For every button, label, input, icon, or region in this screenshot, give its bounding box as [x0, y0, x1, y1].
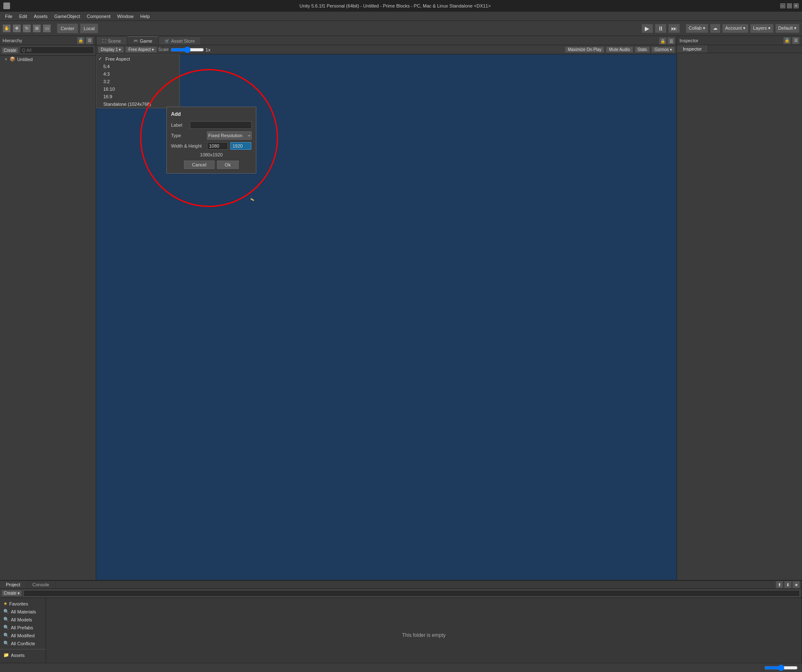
close-button[interactable]: ✕ — [794, 3, 799, 8]
collab-button[interactable]: Collab ▾ — [686, 24, 708, 33]
project-panel-icon2[interactable]: ⬇ — [784, 581, 792, 588]
hierarchy-item-untitled[interactable]: ▼ 📦 Untitled — [0, 56, 96, 63]
all-prefabs-item[interactable]: 🔍 All Prefabs — [0, 623, 46, 631]
inspector-title: Inspector — [679, 38, 698, 43]
console-tab[interactable]: Console — [26, 581, 55, 588]
project-tab[interactable]: Project — [0, 581, 26, 588]
aspect-4-3[interactable]: 4:3 — [97, 70, 179, 78]
menu-file[interactable]: File — [2, 13, 16, 20]
all-conflicted-item[interactable]: 🔍 All Conflicte — [0, 639, 46, 647]
gizmos-button[interactable]: Gizmos ▾ — [651, 46, 675, 53]
project-panel-star-icon[interactable]: ★ — [792, 581, 800, 588]
game-tab[interactable]: 🎮 Game — [127, 36, 158, 45]
hand-tool-button[interactable]: ✋ — [3, 24, 11, 33]
aspect-3-2[interactable]: 3:2 — [97, 78, 179, 85]
menu-gameobject[interactable]: GameObject — [51, 13, 84, 20]
layers-button[interactable]: Layers ▾ — [750, 24, 774, 33]
aspect-16-10[interactable]: 16:10 — [97, 85, 179, 93]
asset-store-tab-label: Asset Store — [171, 38, 195, 43]
center-panel-lock-icon[interactable]: 🔒 — [659, 37, 667, 45]
all-materials-item[interactable]: 🔍 All Materials — [0, 608, 46, 616]
favorites-header: ★ Favorites — [0, 600, 46, 608]
menu-assets[interactable]: Assets — [31, 13, 51, 20]
step-button[interactable]: ⏭ — [668, 24, 680, 33]
center-panel-menu-icon[interactable]: ☰ — [667, 37, 675, 45]
pivot-button[interactable]: Center — [57, 23, 78, 33]
scene-tab[interactable]: ⛶ Scene — [96, 36, 127, 45]
hierarchy-create-button[interactable]: Create — [2, 47, 18, 54]
aspect-free-aspect-label: Free Aspect — [105, 56, 130, 61]
hierarchy-menu-icon[interactable]: ☰ — [86, 37, 93, 44]
maximize-button[interactable]: Maximize On Play — [565, 46, 605, 53]
main-layout: Hierarchy 🔒 ☰ Create ▼ 📦 Untitled ⛶ Scen… — [0, 36, 802, 580]
aspect-label: Free Aspect — [128, 47, 151, 52]
add-dialog-title: Add — [171, 111, 252, 117]
account-button[interactable]: Account ▾ — [722, 24, 748, 33]
pause-button[interactable]: ⏸ — [655, 24, 667, 33]
label-input[interactable] — [190, 121, 252, 129]
mute-label: Mute Audio — [609, 47, 630, 52]
all-modified-item[interactable]: 🔍 All Modified — [0, 631, 46, 639]
display-arrow-icon: ▾ — [119, 47, 121, 52]
minimize-button[interactable]: ─ — [780, 3, 785, 8]
menu-window[interactable]: Window — [114, 13, 137, 20]
dialog-type-row: Type Fixed Resolution ÷ — [171, 131, 252, 140]
move-tool-button[interactable]: ✥ — [13, 24, 21, 33]
maximize-button[interactable]: □ — [787, 3, 792, 8]
mute-button[interactable]: Mute Audio — [606, 46, 633, 53]
status-bar — [0, 663, 802, 672]
height-input[interactable] — [230, 142, 251, 150]
type-dropdown[interactable]: Fixed Resolution ÷ — [207, 131, 252, 140]
scale-tool-button[interactable]: ⊞ — [33, 24, 41, 33]
project-panel-icon1[interactable]: ⬆ — [776, 581, 783, 588]
project-toolbar: Create ▾ — [0, 589, 802, 598]
rect-tool-button[interactable]: ▭ — [43, 24, 51, 33]
rotate-tool-button[interactable]: ↻ — [23, 24, 31, 33]
asset-store-tab[interactable]: 🛒 Asset Store — [158, 36, 201, 45]
aspect-free-aspect[interactable]: Free Aspect — [97, 55, 179, 63]
inspector-tab-label: Inspector — [683, 46, 702, 51]
stats-button[interactable]: Stats — [635, 46, 650, 53]
aspect-16-10-label: 16:10 — [103, 87, 115, 92]
scale-slider[interactable] — [171, 47, 204, 53]
width-input[interactable] — [207, 142, 228, 150]
hierarchy-lock-icon[interactable]: 🔒 — [77, 37, 84, 44]
dialog-label-row: Label — [171, 121, 252, 129]
all-modified-label: All Modified — [11, 633, 35, 638]
all-models-label: All Models — [11, 617, 32, 622]
zoom-slider[interactable] — [764, 665, 798, 671]
play-button[interactable]: ▶ — [641, 24, 653, 33]
menu-component[interactable]: Component — [83, 13, 114, 20]
zoom-slider-control — [764, 665, 798, 671]
tab-bar: ⛶ Scene 🎮 Game 🛒 Asset Store 🔒 ☰ — [96, 36, 677, 45]
ok-button[interactable]: Ok — [217, 161, 239, 169]
menu-help[interactable]: Help — [137, 13, 153, 20]
inspector-tab[interactable]: Inspector — [677, 45, 708, 53]
aspect-dropdown[interactable]: Free Aspect ▾ — [125, 46, 156, 53]
cancel-button[interactable]: Cancel — [184, 161, 214, 169]
layout-button[interactable]: Default ▾ — [775, 24, 799, 33]
aspect-5-4[interactable]: 5:4 — [97, 63, 179, 70]
menu-edit[interactable]: Edit — [16, 13, 31, 20]
type-field-label: Type — [171, 133, 204, 138]
space-button[interactable]: Local — [80, 23, 98, 33]
inspector-lock-icon[interactable]: 🔒 — [783, 37, 791, 44]
game-viewport: Free Aspect 5:4 4:3 3:2 16:10 16:9 — [96, 54, 677, 580]
cloud-button[interactable]: ☁ — [710, 24, 720, 33]
aspect-arrow-icon: ▾ — [152, 47, 154, 52]
pivot-label: Center — [61, 26, 74, 31]
wh-field-label: Width & Height — [171, 143, 204, 148]
toolbar: ✋ ✥ ↻ ⊞ ▭ Center Local ▶ ⏸ ⏭ Collab ▾ ☁ … — [0, 21, 802, 36]
window-controls: ─ □ ✕ — [780, 3, 799, 8]
all-models-item[interactable]: 🔍 All Models — [0, 616, 46, 623]
aspect-16-9[interactable]: 16:9 — [97, 93, 179, 100]
asset-store-tab-icon: 🛒 — [165, 39, 169, 43]
hierarchy-search-input[interactable] — [20, 46, 94, 54]
assets-folder[interactable]: 📁 Assets — [0, 651, 46, 659]
project-create-button[interactable]: Create ▾ — [2, 590, 22, 596]
project-search-input[interactable] — [23, 590, 800, 597]
display-dropdown[interactable]: Display 1 ▾ — [98, 46, 124, 53]
inspector-header: Inspector 🔒 ☰ — [677, 36, 802, 45]
project-main-area: This folder is empty — [46, 598, 802, 672]
inspector-menu-icon[interactable]: ☰ — [792, 37, 799, 44]
